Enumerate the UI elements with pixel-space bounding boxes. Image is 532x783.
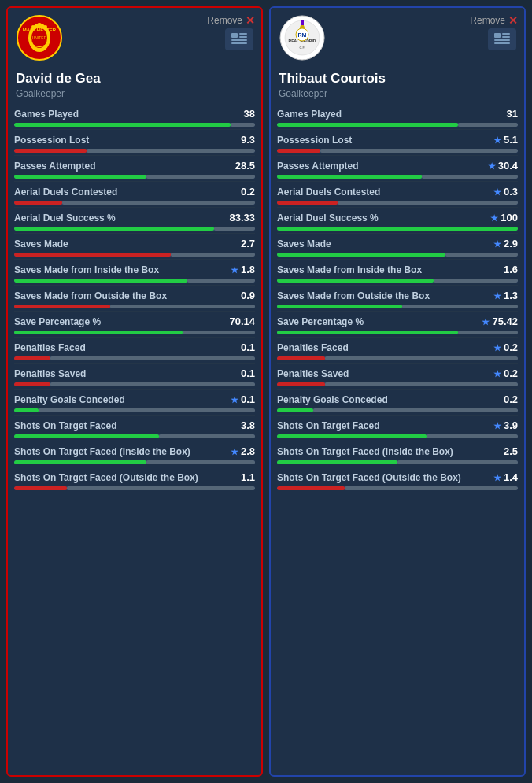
stat-label: Possession Lost <box>277 135 493 146</box>
stat-bar-container <box>14 382 255 386</box>
stat-row: Penalties Faced0.1 <box>14 338 255 364</box>
stat-bar-fill <box>277 408 313 412</box>
player-card-courtois: Remove✕ REAL MADRID C.F. RM Thibaut Cour… <box>269 6 526 777</box>
stat-bar-gray <box>183 331 255 334</box>
stat-bar-container <box>277 201 518 205</box>
stat-value: 2.7 <box>241 238 255 249</box>
stat-label: Penalties Saved <box>277 368 493 379</box>
stat-top: Penalties Faced★0.2 <box>277 342 518 353</box>
svg-rect-15 <box>301 20 304 25</box>
star-icon: ★ <box>493 135 501 145</box>
stat-label: Save Percentage % <box>277 316 482 327</box>
stat-label: Possession Lost <box>14 135 241 146</box>
stat-value: ★0.2 <box>493 367 518 379</box>
svg-rect-10 <box>239 36 247 38</box>
stat-bar-gray <box>325 356 518 360</box>
stat-bar-fill <box>14 382 50 386</box>
stat-row: Aerial Duels Contested★0.3 <box>277 182 518 208</box>
svg-rect-12 <box>231 42 247 44</box>
stat-bar-gray <box>345 486 518 490</box>
close-icon[interactable]: ✕ <box>246 14 255 27</box>
stat-bar-fill <box>14 175 146 179</box>
stat-bar-gray <box>402 305 518 308</box>
stat-bar-container <box>14 175 255 179</box>
stat-bar-container <box>277 356 518 360</box>
team-logo: MANCHESTER UNITED <box>16 14 63 65</box>
stat-bar-gray <box>110 305 255 308</box>
stat-value: ★75.42 <box>482 316 518 327</box>
stat-bar-gray <box>39 408 255 412</box>
remove-button[interactable]: Remove✕ <box>207 14 255 27</box>
stat-bar-container <box>14 253 255 257</box>
stat-bar-container <box>14 227 255 231</box>
stat-top: Shots On Target Faced (Outside the Box)★… <box>277 471 518 483</box>
remove-button[interactable]: Remove✕ <box>470 14 518 27</box>
stat-value: 31 <box>507 108 518 120</box>
profile-icon[interactable] <box>225 28 253 50</box>
svg-text:UNITED: UNITED <box>32 35 47 40</box>
stat-top: Aerial Duel Success %83.33 <box>14 212 255 223</box>
stat-bar-gray <box>187 279 255 283</box>
star-icon: ★ <box>482 317 490 327</box>
stat-bar-gray <box>87 149 255 153</box>
stat-value: 0.1 <box>241 367 255 379</box>
stat-value: ★30.4 <box>488 160 518 172</box>
star-icon: ★ <box>493 343 501 353</box>
stat-top: Possession Lost★5.1 <box>277 134 518 146</box>
stat-top: Shots On Target Faced (Inside the Box)2.… <box>277 445 518 457</box>
stat-bar-gray <box>458 331 519 334</box>
stat-value: 9.3 <box>241 134 255 146</box>
stats-list: Games Played31Possession Lost★5.1Passes … <box>271 104 524 500</box>
stat-value: ★3.9 <box>493 419 518 431</box>
stat-row: Aerial Duels Contested0.2 <box>14 182 255 208</box>
stat-label: Penalties Saved <box>14 368 241 379</box>
stat-bar-container <box>14 279 255 283</box>
stat-bar-container <box>277 434 518 438</box>
stat-bar-fill <box>277 434 427 438</box>
stat-bar-fill <box>277 149 320 153</box>
stat-value: ★100 <box>490 212 518 223</box>
stat-bar-gray <box>50 382 255 386</box>
stat-bar-fill <box>14 460 146 464</box>
stat-row: Saves Made from Inside the Box★1.8 <box>14 260 255 286</box>
stat-label: Aerial Duel Success % <box>14 212 229 223</box>
stat-top: Penalties Saved0.1 <box>14 367 255 379</box>
stat-bar-container <box>14 123 255 127</box>
stat-bar-fill <box>277 460 397 464</box>
stat-label: Saves Made <box>277 238 493 249</box>
stat-row: Passes Attempted28.5 <box>14 156 255 182</box>
stat-bar-fill <box>277 175 422 179</box>
stat-bar-container <box>277 486 518 490</box>
svg-text:RM: RM <box>298 32 307 38</box>
stat-row: Games Played38 <box>14 104 255 130</box>
close-icon[interactable]: ✕ <box>508 14 518 27</box>
stat-label: Aerial Duels Contested <box>14 187 241 198</box>
svg-rect-20 <box>494 33 501 38</box>
stat-bar-gray <box>434 279 518 283</box>
player-name: David de Gea <box>16 71 253 87</box>
stat-row: Penalties Saved★0.2 <box>277 364 518 390</box>
stat-bar-gray <box>146 460 255 464</box>
stat-label: Games Played <box>14 109 244 120</box>
team-logo: REAL MADRID C.F. RM <box>279 14 326 65</box>
stat-top: Saves Made from Outside the Box0.9 <box>14 290 255 301</box>
stat-bar-gray <box>338 201 519 205</box>
profile-icon[interactable] <box>488 28 516 50</box>
star-icon: ★ <box>490 213 498 223</box>
stat-row: Shots On Target Faced (Outside the Box)★… <box>277 467 518 493</box>
svg-point-7 <box>44 25 47 28</box>
stat-row: Saves Made from Outside the Box0.9 <box>14 286 255 312</box>
stat-label: Saves Made from Outside the Box <box>14 290 241 301</box>
stat-label: Saves Made <box>14 238 241 249</box>
stat-top: Save Percentage %70.14 <box>14 316 255 327</box>
stat-value: 0.2 <box>504 393 518 405</box>
stat-bar-container <box>14 460 255 464</box>
stat-top: Saves Made from Outside the Box★1.3 <box>277 290 518 301</box>
player-position: Goalkeeper <box>279 88 516 99</box>
stat-label: Shots On Target Faced <box>14 420 241 431</box>
stat-top: Shots On Target Faced (Outside the Box)1… <box>14 471 255 483</box>
stat-bar-gray <box>62 201 255 205</box>
stat-row: Aerial Duel Success %83.33 <box>14 208 255 234</box>
star-icon: ★ <box>493 421 501 430</box>
star-icon: ★ <box>231 265 238 275</box>
